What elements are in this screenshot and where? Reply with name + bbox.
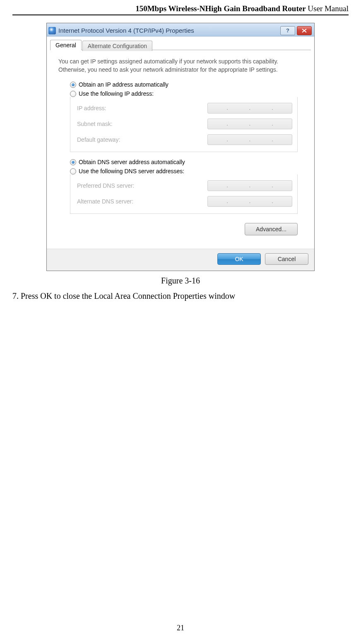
subnet-label: Subnet mask: [77,121,207,127]
header-title-bold: 150Mbps Wireless-NHigh Gain Broadband Ro… [135,4,306,13]
cancel-button[interactable]: Cancel [265,253,308,265]
radio-icon [70,82,76,88]
radio-ip-auto[interactable]: Obtain an IP address automatically [70,81,303,88]
page-header: 150Mbps Wireless-NHigh Gain Broadband Ro… [12,4,349,15]
preferred-dns-input: ... [207,180,292,191]
subnet-input: ... [207,119,292,129]
radio-ip-manual-icon[interactable] [70,91,76,97]
advanced-button[interactable]: Advanced... [245,223,298,235]
radio-icon [70,159,76,165]
window-title: Internet Protocol Version 4 (TCP/IPv4) P… [58,27,194,34]
titlebar: Internet Protocol Version 4 (TCP/IPv4) P… [47,23,314,36]
radio-ip-manual-label: Use the following IP address: [79,90,155,97]
header-title-normal: User Manual [306,4,349,13]
properties-dialog: Internet Protocol Version 4 (TCP/IPv4) P… [46,23,315,271]
ok-button[interactable]: OK [217,253,261,265]
app-icon [48,27,56,34]
alternate-dns-label: Alternate DNS server: [77,198,207,205]
help-button[interactable]: ? [280,26,295,35]
close-icon [302,29,307,33]
gateway-label: Default gateway: [77,136,207,143]
radio-dns-manual-icon[interactable] [70,168,76,174]
radio-ip-auto-label: Obtain an IP address automatically [79,81,168,88]
radio-dns-auto[interactable]: Obtain DNS server address automatically [70,159,303,165]
tab-general[interactable]: General [50,40,82,50]
radio-dns-auto-label: Obtain DNS server address automatically [79,159,185,165]
gateway-input: ... [207,134,292,145]
alternate-dns-input: ... [207,196,292,207]
radio-dns-manual-label: Use the following DNS server addresses: [79,168,186,174]
intro-text: You can get IP settings assigned automat… [58,58,303,74]
page-number: 21 [0,624,361,632]
close-button[interactable] [297,26,312,35]
step-instruction: 7. Press OK to close the Local Area Conn… [12,291,349,301]
tab-alternate[interactable]: Alternate Configuration [82,41,152,51]
dns-fieldset: Preferred DNS server: ... Alternate DNS … [70,174,298,214]
ip-address-input: ... [207,103,292,114]
preferred-dns-label: Preferred DNS server: [77,182,207,189]
figure-caption: Figure 3-16 [12,276,349,286]
ip-fieldset: IP address: ... Subnet mask: ... Default… [70,97,298,152]
ip-address-label: IP address: [77,105,207,111]
